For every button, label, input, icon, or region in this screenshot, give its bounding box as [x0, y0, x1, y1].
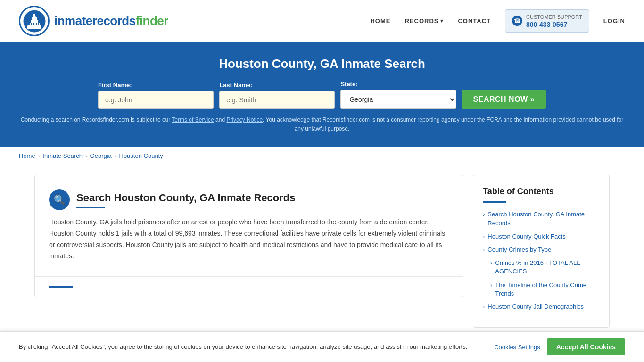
toc-divider — [483, 201, 506, 203]
toc-item-3[interactable]: › County Crimes by Type — [483, 246, 600, 254]
toc-link-1[interactable]: Search Houston County, GA Inmate Records — [487, 210, 600, 227]
logo-text: inmaterecordsfinder — [54, 14, 168, 28]
toc-item-6[interactable]: › Houston County Jail Demographics — [483, 303, 600, 311]
last-name-group: Last Name: — [219, 82, 335, 109]
toc-link-3[interactable]: County Crimes by Type — [487, 246, 551, 254]
svg-rect-6 — [29, 23, 30, 25]
toc-arrow-1: › — [483, 211, 485, 218]
breadcrumb-sep-2: › — [85, 153, 87, 159]
breadcrumb-sep-1: › — [38, 153, 40, 159]
search-form: First Name: Last Name: State: AlabamaAla… — [98, 81, 546, 109]
toc-arrow-2: › — [483, 233, 485, 240]
svg-rect-1 — [27, 25, 41, 29]
state-label: State: — [340, 81, 456, 88]
section-title: Search Houston County, GA Inmate Records — [76, 192, 296, 204]
phone-icon: ☎ — [512, 16, 522, 26]
breadcrumb-georgia[interactable]: Georgia — [90, 152, 112, 159]
main-content: 🔍 Search Houston County, GA Inmate Recor… — [16, 175, 628, 328]
toc-item-5[interactable]: › The Timeline of the County Crime Trend… — [490, 281, 600, 298]
toc-title: Table of Contents — [483, 187, 600, 197]
last-name-input[interactable] — [219, 91, 335, 109]
search-button[interactable]: SEARCH NOW » — [462, 90, 546, 109]
section-title-wrapper: Search Houston County, GA Inmate Records — [76, 192, 296, 208]
login-button[interactable]: LOGIN — [603, 17, 625, 25]
disclaimer-text: Conducting a search on Recordsfinder.com… — [19, 115, 625, 133]
toc-item-1[interactable]: › Search Houston County, GA Inmate Recor… — [483, 210, 600, 227]
customer-support-box[interactable]: ☎ CUSTOMER SUPPORT 800-433-0567 — [505, 9, 589, 32]
section-header: 🔍 Search Houston County, GA Inmate Recor… — [49, 189, 449, 210]
partial-divider — [49, 286, 73, 288]
first-name-label: First Name: — [98, 82, 214, 89]
toc-arrow-6: › — [483, 303, 485, 310]
search-banner: Houston County, GA Inmate Search First N… — [0, 42, 644, 147]
logo-area: inmaterecordsfinder — [19, 6, 168, 36]
toc-item-2[interactable]: › Houston County Quick Facts — [483, 232, 600, 241]
nav-records[interactable]: RECORDS ▾ — [405, 17, 444, 25]
svg-rect-8 — [33, 23, 34, 25]
toc-link-4[interactable]: Crimes % in 2016 - TOTAL ALL AGENCIES — [495, 259, 600, 276]
state-select[interactable]: AlabamaAlaskaArizonaArkansasCaliforniaCo… — [340, 90, 456, 109]
breadcrumb-current: Houston County — [119, 152, 163, 159]
breadcrumb: Home › Inmate Search › Georgia › Houston… — [0, 147, 644, 165]
svg-rect-7 — [31, 23, 32, 25]
table-of-contents: Table of Contents › Search Houston Count… — [473, 175, 610, 328]
terms-link[interactable]: Terms of Service — [172, 116, 214, 123]
toc-arrow-3: › — [483, 246, 485, 253]
site-header: inmaterecordsfinder HOME RECORDS ▾ CONTA… — [0, 0, 644, 42]
inmate-records-section: 🔍 Search Houston County, GA Inmate Recor… — [35, 175, 463, 276]
privacy-link[interactable]: Privacy Notice — [226, 116, 263, 123]
toc-link-6[interactable]: Houston County Jail Demographics — [487, 303, 584, 311]
nav-home[interactable]: HOME — [370, 17, 390, 25]
toc-arrow-4: › — [490, 259, 492, 266]
last-name-label: Last Name: — [219, 82, 335, 89]
first-name-input[interactable] — [98, 91, 214, 109]
main-nav: HOME RECORDS ▾ CONTACT ☎ CUSTOMER SUPPOR… — [370, 9, 625, 32]
first-name-group: First Name: — [98, 82, 214, 109]
svg-rect-9 — [36, 23, 37, 25]
section-divider — [76, 207, 105, 208]
breadcrumb-home[interactable]: Home — [19, 152, 35, 159]
chevron-down-icon: ▾ — [440, 18, 444, 24]
breadcrumb-inmate-search[interactable]: Inmate Search — [42, 152, 83, 159]
next-section-partial — [35, 277, 463, 297]
toc-item-4[interactable]: › Crimes % in 2016 - TOTAL ALL AGENCIES — [490, 259, 600, 276]
toc-arrow-5: › — [490, 281, 492, 288]
nav-contact[interactable]: CONTACT — [458, 17, 491, 25]
cookie-banner: By clicking "Accept All Cookies", you ag… — [0, 331, 644, 337]
support-info: CUSTOMER SUPPORT 800-433-0567 — [526, 14, 582, 28]
state-group: State: AlabamaAlaskaArizonaArkansasCalif… — [340, 81, 456, 109]
page-title: Houston County, GA Inmate Search — [19, 57, 625, 71]
toc-link-5[interactable]: The Timeline of the County Crime Trends — [495, 281, 600, 298]
search-icon: 🔍 — [49, 189, 70, 210]
toc-link-2[interactable]: Houston County Quick Facts — [487, 232, 565, 241]
svg-rect-5 — [33, 14, 35, 19]
left-panel: 🔍 Search Houston County, GA Inmate Recor… — [34, 175, 463, 297]
logo-icon — [19, 6, 50, 36]
breadcrumb-sep-3: › — [115, 153, 116, 159]
svg-rect-10 — [38, 23, 39, 25]
section-body: Houston County, GA jails hold prisoners … — [49, 217, 449, 262]
